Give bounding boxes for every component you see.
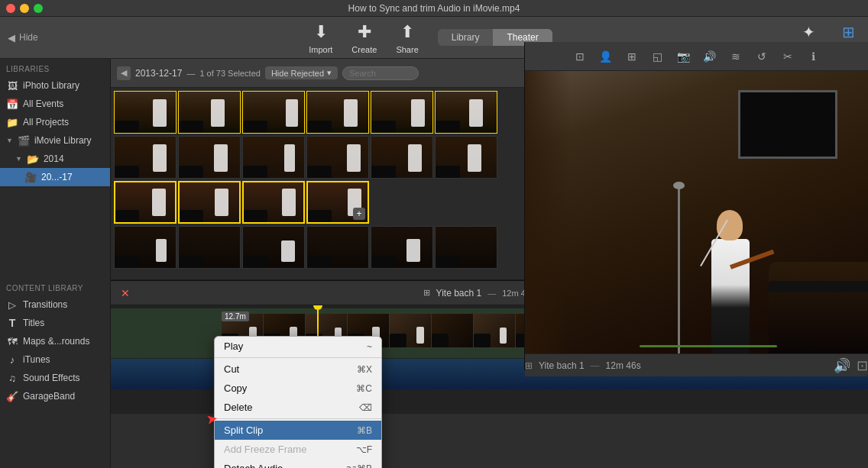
preview-title: Yite bach 1 (539, 360, 585, 371)
preview-panel: ⊡ 👤 ⊞ ◱ 📷 🔊 ≋ ↺ ✂ ℹ (524, 42, 868, 370)
filmstrip-cell[interactable] (114, 181, 177, 224)
sidebar-item-all-projects[interactable]: 📁 All Projects (0, 113, 110, 131)
violinist (700, 163, 761, 353)
filmstrip-cell[interactable]: + (306, 181, 369, 224)
main-layout: LIBRARIES 🖼 iPhoto Library 📅 All Events … (0, 59, 868, 468)
timeline-thumb[interactable] (432, 314, 474, 347)
cm-delete[interactable]: Delete ⌫ (215, 398, 381, 417)
sidebar-item-yite[interactable]: 🎥 20...-17 (0, 168, 110, 186)
info-preview-button[interactable]: ℹ (804, 47, 824, 66)
filmstrip-cell[interactable] (242, 91, 305, 134)
disclosure-icon: ▼ (6, 137, 13, 144)
filmstrip-cell[interactable] (114, 91, 177, 134)
filmstrip-cell[interactable] (306, 91, 369, 134)
import-button[interactable]: ⬇ Import (309, 21, 332, 54)
wall-panel (525, 71, 571, 353)
back-button[interactable]: ◀ (117, 66, 131, 80)
maps-icon: 🗺 (6, 335, 18, 347)
project-label: ⊞ (423, 288, 430, 298)
sound-icon: ♫ (6, 372, 18, 384)
close-timeline-button[interactable]: ✕ (117, 285, 134, 302)
filmstrip-cell[interactable] (435, 91, 497, 134)
preview-toolbar: ⊡ 👤 ⊞ ◱ 📷 🔊 ≋ ↺ ✂ ℹ (525, 42, 868, 71)
filmstrip-cell[interactable] (435, 226, 497, 269)
fit-preview-button[interactable]: ⊡ (570, 47, 590, 66)
filmstrip-cell[interactable] (114, 226, 177, 269)
filmstrip-cell[interactable] (242, 226, 305, 269)
people-button[interactable]: 👤 (596, 47, 616, 66)
window-title: How to Sync and trim Audio in iMovie.mp4 (348, 3, 520, 14)
cm-play[interactable]: Play ~ (215, 337, 381, 356)
filmstrip-cell[interactable] (306, 136, 369, 179)
create-button[interactable]: ✚ Create (351, 21, 377, 54)
cm-split-clip[interactable]: Split Clip ⌘B (215, 421, 381, 440)
tab-library[interactable]: Library (438, 29, 494, 46)
fullscreen-icon: ⊡ (857, 357, 868, 374)
volume-icon: 🔊 (834, 357, 850, 374)
filmstrip-cell[interactable] (178, 226, 241, 269)
iphoto-icon: 🖼 (6, 79, 18, 92)
filmstrip-cell[interactable] (371, 91, 433, 134)
close-button[interactable] (6, 4, 15, 13)
filmstrip-cell[interactable] (242, 181, 305, 224)
filmstrip-cell[interactable] (178, 181, 241, 224)
filter-button[interactable]: Hide Rejected ▾ (265, 66, 338, 79)
sidebar-item-iphoto[interactable]: 🖼 iPhoto Library (0, 76, 110, 95)
sidebar-item-maps[interactable]: 🗺 Maps &...rounds (0, 332, 110, 350)
filmstrip-cell[interactable] (306, 226, 369, 269)
sidebar-item-sound-effects[interactable]: ♫ Sound Effects (0, 369, 110, 387)
stabilize-button[interactable]: ◱ (648, 47, 668, 66)
sidebar-item-garageband[interactable]: 🎸 GarageBand (0, 387, 110, 405)
cm-separator-2 (215, 418, 381, 419)
sidebar: LIBRARIES 🖼 iPhoto Library 📅 All Events … (0, 59, 111, 468)
share-button[interactable]: ⬆ Share (396, 21, 418, 54)
filmstrip-cell[interactable] (114, 136, 177, 179)
cm-separator-1 (215, 357, 381, 358)
grand-piano (769, 262, 868, 353)
filmstrip-cell[interactable] (371, 226, 433, 269)
libraries-section-label: LIBRARIES (0, 59, 110, 76)
timeline-thumb[interactable] (390, 314, 432, 347)
sidebar-item-all-events[interactable]: 📅 All Events (0, 95, 110, 113)
video-settings-button[interactable]: 📷 (674, 47, 694, 66)
add-to-timeline-button[interactable]: + (353, 208, 365, 220)
filmstrip-cell[interactable] (178, 136, 241, 179)
cm-copy[interactable]: Copy ⌘C (215, 379, 381, 398)
filmstrip-cell[interactable] (371, 136, 433, 179)
sidebar-item-2014[interactable]: ▼ 📂 2014 (0, 150, 110, 168)
preview-info: ⊞ Yite bach 1 — 12m 46s 🔊 ⊡ (525, 353, 868, 376)
project-title: Yite bach 1 (436, 288, 482, 299)
folder-icon: 📂 (27, 153, 39, 165)
clip-size-label: 12.7m (222, 311, 249, 321)
sidebar-item-titles[interactable]: T Titles (0, 314, 110, 332)
video-icon: 🎥 (24, 171, 37, 183)
minimize-button[interactable] (20, 4, 29, 13)
project-icon: ⊞ (525, 360, 533, 371)
filmstrip-cell[interactable] (178, 91, 241, 134)
itunes-icon: ♪ (6, 353, 18, 366)
sidebar-item-itunes[interactable]: ♪ iTunes (0, 350, 110, 369)
speed-button[interactable]: ↺ (752, 47, 772, 66)
import-icon: ⬇ (310, 21, 332, 43)
filmstrip-cell[interactable] (435, 136, 497, 179)
cm-detach-audio[interactable]: Detach Audio ⌥⌘B (215, 459, 381, 468)
preview-duration: 12m 46s (606, 360, 641, 371)
preview-scene (525, 71, 868, 353)
crop-button[interactable]: ⊞ (622, 47, 642, 66)
sidebar-item-imovie-library[interactable]: ▼ 🎬 iMovie Library (0, 131, 110, 150)
cable (640, 345, 777, 347)
audio-eq-button[interactable]: ≋ (726, 47, 746, 66)
sidebar-item-transitions[interactable]: ▷ Transitions (0, 295, 110, 314)
volume-preview-button[interactable]: 🔊 (700, 47, 720, 66)
garageband-icon: 🎸 (6, 390, 18, 402)
scene-screen (738, 90, 837, 159)
noise-button[interactable]: ✂ (778, 47, 798, 66)
maximize-button[interactable] (34, 4, 43, 13)
search-input[interactable] (342, 66, 419, 80)
filmstrip-cell[interactable] (242, 136, 305, 179)
microphone (673, 182, 685, 189)
projects-icon: 📁 (6, 116, 18, 128)
hide-button[interactable]: Hide (19, 32, 38, 43)
timeline-thumb[interactable] (474, 314, 516, 347)
cm-cut[interactable]: Cut ⌘X (215, 360, 381, 379)
